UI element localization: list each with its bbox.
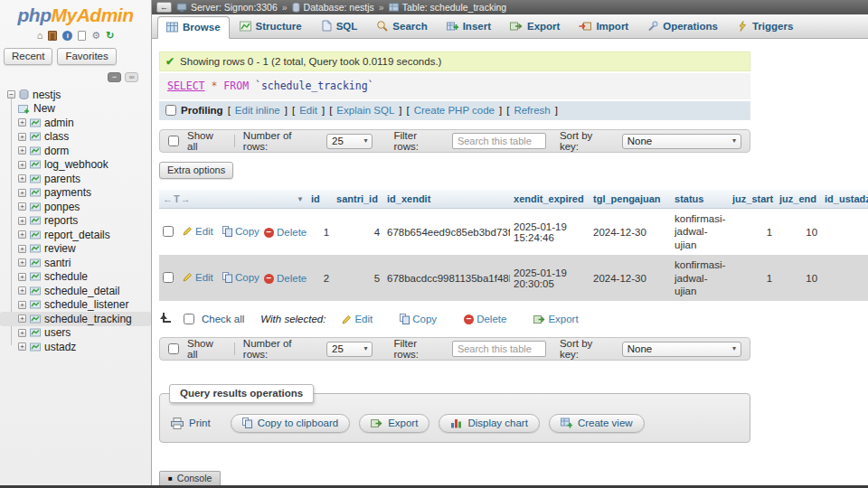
tab-import[interactable]: Import [570, 15, 637, 38]
unlink-panels-icon[interactable]: ∞ [125, 72, 138, 82]
expand-icon[interactable]: + [18, 146, 26, 155]
tab-structure[interactable]: Structure [231, 15, 311, 38]
create-php-code-link[interactable]: Create PHP code [414, 105, 495, 116]
profiling-checkbox[interactable] [165, 105, 176, 116]
show-all-checkbox[interactable] [168, 136, 179, 146]
selected-export-link[interactable]: Export [533, 314, 578, 324]
tree-table-santri[interactable]: +santri [0, 256, 151, 270]
expand-icon[interactable]: + [18, 217, 26, 225]
column-header-id-xendit[interactable]: id_xendit [383, 190, 510, 209]
column-header-juz-end[interactable]: juz_end [776, 190, 821, 209]
home-icon[interactable]: ⌂ [37, 30, 43, 41]
docs-icon[interactable] [78, 31, 86, 41]
breadcrumb-server[interactable]: Server: Signon:3306 [176, 2, 278, 13]
expand-icon[interactable]: + [18, 161, 26, 169]
tree-table-payments[interactable]: +payments [0, 186, 151, 201]
export-button[interactable]: Export [359, 414, 429, 433]
expand-icon[interactable]: + [18, 273, 26, 281]
print-button[interactable]: Print [169, 415, 222, 433]
tree-table-users[interactable]: +users [0, 326, 151, 341]
selected-copy-link[interactable]: Copy [400, 314, 437, 324]
phpmyadmin-logo[interactable]: phpMyAdmin [0, 0, 151, 26]
tree-table-schedule-listener[interactable]: +schedule_listener [0, 298, 151, 313]
sort-by-key-select[interactable]: None▾ [622, 342, 741, 357]
tree-table-dorm[interactable]: +dorm [0, 144, 151, 158]
collapse-all-icon[interactable]: − [108, 72, 121, 82]
check-all-label[interactable]: Check all [202, 314, 244, 324]
expand-icon[interactable]: + [18, 189, 26, 197]
tab-search[interactable]: Search [367, 14, 436, 38]
row-edit-link[interactable]: Edit [183, 226, 213, 237]
expand-icon[interactable]: + [18, 133, 26, 141]
expand-icon[interactable]: + [18, 286, 26, 295]
copy-to-clipboard-button[interactable]: Copy to clipboard [231, 414, 351, 433]
filter-rows-input[interactable] [452, 133, 546, 149]
column-header-tgl-pengajuan[interactable]: tgl_pengajuan [590, 190, 671, 209]
tree-table-class[interactable]: +class [0, 130, 151, 145]
edit-link[interactable]: Edit [299, 105, 317, 116]
breadcrumb-database[interactable]: Database: nestjs [292, 2, 374, 13]
options-toggle-icon[interactable]: ←T→ [163, 193, 192, 204]
tree-table-schedule-tracking[interactable]: +schedule_tracking [0, 312, 151, 326]
expand-icon[interactable]: + [18, 118, 26, 127]
tree-table-schedule-detail[interactable]: +schedule_detail [0, 284, 151, 298]
edit-inline-link[interactable]: Edit inline [235, 105, 280, 116]
tab-operations[interactable]: Operations [638, 15, 727, 38]
tree-table-schedule[interactable]: +schedule [0, 270, 151, 285]
filter-rows-input[interactable] [452, 341, 546, 357]
expand-icon[interactable]: + [18, 314, 26, 323]
column-header-xendit-expired[interactable]: xendit_expired [510, 190, 590, 209]
tree-table-ustadz[interactable]: +ustadz [0, 340, 151, 354]
logout-icon[interactable] [48, 31, 57, 41]
row-checkbox[interactable] [163, 272, 174, 283]
column-header-juz-start[interactable]: juz_start [729, 190, 776, 209]
expand-icon[interactable]: + [18, 202, 26, 211]
row-delete-link[interactable]: −Delete [264, 273, 307, 284]
tree-db-nestjs[interactable]: − nestjs [0, 88, 151, 102]
expand-icon[interactable]: + [18, 230, 26, 239]
selected-delete-link[interactable]: −Delete [464, 314, 506, 324]
explain-sql-link[interactable]: Explain SQL [336, 105, 394, 116]
tab-insert[interactable]: Insert [438, 15, 500, 38]
column-header-id[interactable]: id [307, 190, 333, 209]
show-all-checkbox[interactable] [168, 343, 179, 354]
tab-export[interactable]: Export [501, 15, 569, 38]
collapse-sidebar-button[interactable]: ← [156, 2, 172, 13]
selected-edit-link[interactable]: Edit [342, 314, 373, 324]
expand-icon[interactable]: + [18, 329, 26, 337]
check-all-checkbox[interactable] [184, 314, 194, 324]
refresh-link[interactable]: Refresh [514, 105, 550, 116]
help-icon[interactable]: i [62, 31, 72, 41]
tree-table-admin[interactable]: +admin [0, 116, 151, 130]
collapse-icon[interactable]: − [7, 90, 15, 99]
tab-recent[interactable]: Recent [4, 48, 52, 65]
tree-table-log-webhook[interactable]: +log_webhook [0, 158, 151, 173]
console-toggle[interactable]: ■ Console [159, 471, 221, 485]
tab-browse[interactable]: Browse [157, 16, 230, 39]
row-copy-link[interactable]: Copy [222, 272, 259, 283]
extra-options-button[interactable]: Extra options [159, 162, 233, 179]
expand-icon[interactable]: + [18, 343, 26, 351]
column-header-status[interactable]: status [671, 190, 729, 209]
sort-desc-icon[interactable]: ▼ [297, 195, 304, 203]
column-header-santri-id[interactable]: santri_id [333, 190, 383, 209]
column-header-id-ustadz-pe[interactable]: id_ustadz_pe [821, 190, 868, 209]
row-delete-link[interactable]: −Delete [264, 227, 307, 238]
tree-table-reports[interactable]: +reports [0, 214, 151, 229]
create-view-button[interactable]: Create view [549, 414, 645, 433]
settings-icon[interactable]: ⚙ [91, 30, 100, 41]
tree-table-review[interactable]: +review [0, 242, 151, 257]
expand-icon[interactable]: + [18, 258, 26, 267]
tree-table-ponpes[interactable]: +ponpes [0, 200, 151, 214]
tree-table-report-details[interactable]: +report_details [0, 228, 151, 242]
sort-by-key-select[interactable]: None▾ [622, 134, 741, 149]
reload-navigation-icon[interactable]: ↻ [106, 30, 114, 41]
tree-table-parents[interactable]: +parents [0, 172, 151, 186]
tab-sql[interactable]: SQL [312, 14, 367, 38]
display-chart-button[interactable]: Display chart [439, 414, 539, 433]
rows-per-page-select[interactable]: 25▾ [326, 342, 373, 357]
expand-icon[interactable]: + [18, 245, 26, 253]
tab-favorites[interactable]: Favorites [57, 48, 116, 65]
tree-item-new[interactable]: New [0, 102, 151, 117]
row-edit-link[interactable]: Edit [183, 272, 213, 283]
